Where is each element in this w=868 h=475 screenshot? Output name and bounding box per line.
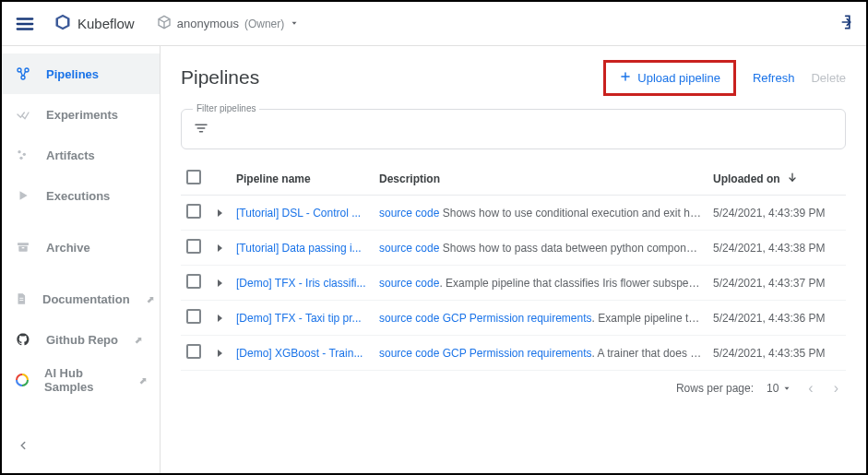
- experiments-icon: [15, 107, 31, 122]
- sidebar-item-label: AI Hub Samples: [44, 366, 123, 394]
- col-header-name[interactable]: Pipeline name: [231, 162, 374, 196]
- pipeline-name-link[interactable]: [Tutorial] Data passing i...: [236, 242, 362, 255]
- aihub-icon: [15, 373, 30, 387]
- expand-row-icon[interactable]: [218, 209, 222, 217]
- topbar: Kubeflow anonymous (Owner): [2, 2, 866, 46]
- svg-point-12: [21, 76, 25, 79]
- namespace-selector[interactable]: anonymous (Owner): [157, 15, 300, 32]
- table-row: [Demo] TFX - Taxi tip pr...source code G…: [181, 301, 846, 336]
- sidebar-item-aihub[interactable]: AI Hub Samples ⬈: [2, 360, 160, 400]
- upload-pipeline-button[interactable]: Upload pipeline: [603, 60, 736, 96]
- executions-icon: [15, 189, 31, 202]
- description-text: . Example pipeline that does clas...: [592, 312, 707, 325]
- sidebar-item-label: Archive: [46, 241, 90, 255]
- delete-button: Delete: [811, 71, 846, 85]
- svg-line-7: [164, 19, 170, 22]
- sidebar-item-label: Documentation: [42, 292, 130, 306]
- svg-line-13: [20, 71, 22, 76]
- menu-icon[interactable]: [15, 14, 35, 34]
- table-row: [Tutorial] Data passing i...source code …: [181, 231, 846, 266]
- table-row: [Demo] XGBoost - Train...source code GCP…: [181, 336, 846, 371]
- external-icon: ⬈: [135, 335, 142, 345]
- svg-rect-21: [22, 247, 25, 248]
- page-title: Pipelines: [181, 66, 259, 89]
- source-code-link[interactable]: source code: [379, 347, 439, 360]
- svg-rect-22: [19, 298, 23, 299]
- svg-rect-23: [19, 300, 23, 301]
- sidebar-item-github[interactable]: Github Repo ⬈: [2, 319, 160, 360]
- logout-icon[interactable]: [835, 13, 853, 34]
- expand-row-icon[interactable]: [218, 279, 222, 287]
- description-text: . A trainer that does end-to-end ...: [592, 347, 707, 360]
- permission-link[interactable]: GCP Permission requirements: [439, 347, 591, 360]
- plus-icon: [619, 70, 632, 86]
- svg-rect-19: [18, 243, 29, 245]
- permission-link[interactable]: GCP Permission requirements: [439, 312, 591, 325]
- pipeline-name-link[interactable]: [Demo] TFX - Taxi tip pr...: [236, 312, 362, 325]
- sidebar-item-label: Pipelines: [46, 67, 99, 81]
- svg-line-6: [159, 19, 164, 22]
- upload-label: Upload pipeline: [637, 71, 720, 85]
- filter-icon: [193, 120, 209, 139]
- expand-row-icon[interactable]: [218, 244, 222, 252]
- chevron-down-icon: [290, 17, 299, 30]
- source-code-link[interactable]: source code: [379, 312, 439, 325]
- sidebar-item-label: Experiments: [46, 108, 118, 122]
- main-content: Pipelines Upload pipeline Refresh Delete…: [161, 46, 866, 473]
- source-code-link[interactable]: source code: [379, 242, 439, 255]
- pipeline-name-link[interactable]: [Tutorial] DSL - Control ...: [236, 207, 361, 220]
- svg-line-14: [24, 71, 26, 76]
- row-checkbox[interactable]: [186, 239, 201, 254]
- external-icon: ⬈: [147, 294, 154, 304]
- pipelines-icon: [15, 66, 31, 81]
- row-checkbox[interactable]: [186, 344, 201, 359]
- svg-marker-31: [785, 387, 790, 390]
- uploaded-date: 5/24/2021, 4:43:38 PM: [707, 231, 846, 266]
- refresh-button[interactable]: Refresh: [753, 71, 795, 85]
- row-checkbox[interactable]: [186, 204, 201, 219]
- next-page-button[interactable]: ›: [830, 380, 842, 397]
- sidebar-item-artifacts[interactable]: Artifacts: [2, 135, 160, 175]
- sidebar-item-archive[interactable]: Archive: [2, 227, 160, 267]
- rows-per-page-label: Rows per page:: [676, 382, 754, 395]
- svg-marker-18: [20, 191, 28, 199]
- pipeline-name-link[interactable]: [Demo] TFX - Iris classifi...: [236, 277, 365, 290]
- description-text: . Example pipeline that classifies Iris …: [439, 277, 707, 290]
- col-header-desc[interactable]: Description: [374, 162, 707, 196]
- rows-per-page-select[interactable]: 10: [767, 382, 791, 395]
- table-row: [Demo] TFX - Iris classifi...source code…: [181, 266, 846, 301]
- sidebar-item-documentation[interactable]: Documentation ⬈: [2, 279, 160, 319]
- sidebar-item-pipelines[interactable]: Pipelines: [2, 53, 160, 94]
- filter-input[interactable]: Filter pipelines: [181, 109, 846, 149]
- select-all-checkbox[interactable]: [186, 170, 201, 184]
- svg-point-17: [19, 157, 22, 160]
- source-code-link[interactable]: source code: [379, 277, 439, 290]
- sidebar-item-executions[interactable]: Executions: [2, 175, 160, 216]
- namespace-owner: (Owner): [244, 18, 284, 30]
- row-checkbox[interactable]: [186, 274, 201, 289]
- sidebar: Pipelines Experiments Artifacts Executio…: [2, 46, 161, 473]
- doc-icon: [15, 292, 28, 305]
- sort-desc-icon: [787, 172, 798, 185]
- brand[interactable]: Kubeflow: [54, 13, 135, 34]
- prev-page-button[interactable]: ‹: [804, 380, 816, 397]
- uploaded-date: 5/24/2021, 4:43:39 PM: [707, 196, 846, 231]
- uploaded-date: 5/24/2021, 4:43:37 PM: [707, 266, 846, 301]
- pipelines-table: Pipeline name Description Uploaded on [T…: [181, 162, 846, 371]
- uploaded-date: 5/24/2021, 4:43:35 PM: [707, 336, 846, 371]
- sidebar-item-experiments[interactable]: Experiments: [2, 94, 160, 135]
- source-code-link[interactable]: source code: [379, 207, 439, 220]
- svg-point-15: [18, 150, 20, 153]
- expand-row-icon[interactable]: [218, 350, 222, 357]
- sidebar-item-label: Github Repo: [46, 333, 118, 347]
- pipeline-name-link[interactable]: [Demo] XGBoost - Train...: [236, 347, 363, 360]
- filter-label: Filter pipelines: [193, 103, 259, 113]
- sidebar-item-label: Artifacts: [46, 148, 95, 162]
- sidebar-collapse-button[interactable]: [2, 425, 160, 466]
- sidebar-item-label: Executions: [46, 189, 110, 203]
- external-icon: ⬈: [139, 375, 147, 386]
- col-header-uploaded[interactable]: Uploaded on: [707, 162, 846, 196]
- expand-row-icon[interactable]: [218, 315, 222, 322]
- table-row: [Tutorial] DSL - Control ...source code …: [181, 196, 846, 231]
- row-checkbox[interactable]: [186, 309, 201, 324]
